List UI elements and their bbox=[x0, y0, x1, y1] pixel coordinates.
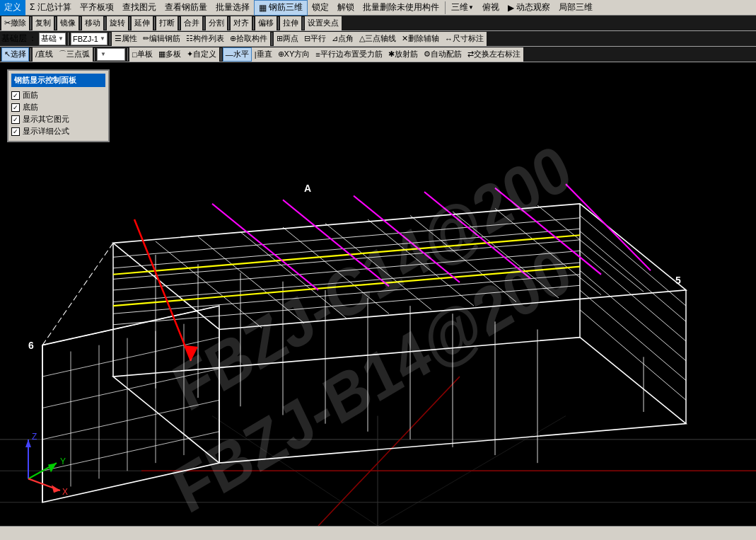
btn-select[interactable]: ↖ 选择 bbox=[1, 47, 29, 62]
menu-definition[interactable]: 定义 bbox=[0, 0, 25, 16]
svg-line-29 bbox=[580, 270, 686, 361]
sep1 bbox=[30, 17, 31, 30]
btn-split[interactable]: 分割 bbox=[206, 16, 227, 30]
sep6 bbox=[154, 17, 155, 30]
menu-local-3d[interactable]: 局部三维 bbox=[554, 0, 597, 16]
svg-line-28 bbox=[580, 251, 686, 341]
svg-marker-78 bbox=[25, 440, 31, 447]
menu-dynamic-observe[interactable]: ▶ 动态观察 bbox=[504, 0, 554, 16]
menu-batch-select[interactable]: 批量选择 bbox=[211, 0, 254, 16]
sep-t2-2 bbox=[110, 33, 110, 45]
btn-set-grip[interactable]: 设置夹点 bbox=[305, 16, 342, 30]
rebar-display-panel: 钢筋显示控制面板 面筋 底筋 显示其它图元 显示详细公式 bbox=[7, 69, 110, 142]
btn-custom[interactable]: ✦ 自定义 bbox=[184, 47, 219, 62]
sep-t3-1 bbox=[30, 48, 31, 61]
btn-undo[interactable]: ✂ 撤除 bbox=[1, 16, 29, 30]
menu-rebar-3d[interactable]: ▦ 钢筋三维 bbox=[254, 0, 308, 16]
svg-line-60 bbox=[42, 243, 113, 345]
sep9 bbox=[228, 17, 229, 30]
btn-copy[interactable]: 复制 bbox=[33, 16, 54, 30]
btn-horizontal[interactable]: — 水平 bbox=[223, 47, 252, 62]
layer-separator: ： bbox=[28, 33, 37, 45]
btn-arc[interactable]: ⌒ 三点弧 bbox=[56, 47, 93, 62]
svg-line-70 bbox=[134, 219, 191, 361]
checkbox-face-rebar[interactable] bbox=[11, 91, 20, 100]
btn-three-point-axis[interactable]: △ 三点轴线 bbox=[356, 32, 399, 46]
btn-vertical[interactable]: | 垂直 bbox=[252, 47, 275, 62]
wireframe-scene: A 5 6 FBZJ-C14@200 FBZJ-B14@200 Z Y X bbox=[0, 62, 756, 526]
btn-rotate[interactable]: 旋转 bbox=[107, 16, 128, 30]
statusbar bbox=[0, 526, 756, 540]
sep8 bbox=[204, 17, 204, 30]
checkbox-show-formula[interactable] bbox=[11, 127, 20, 136]
sep12 bbox=[303, 17, 303, 30]
shape-dropdown[interactable] bbox=[97, 48, 125, 61]
component-dropdown[interactable]: FBZJ-1 bbox=[71, 33, 107, 45]
menu-summary[interactable]: Σ 汇总计算 bbox=[25, 0, 76, 16]
btn-merge[interactable]: 合并 bbox=[181, 16, 202, 30]
checkbox-bottom-rebar[interactable] bbox=[11, 103, 20, 112]
btn-move[interactable]: 移动 bbox=[82, 16, 103, 30]
canvas-area[interactable]: A 5 6 FBZJ-C14@200 FBZJ-B14@200 Z Y X 钢筋… bbox=[0, 62, 756, 526]
toolbar-row-2: 基础层 ： 基础 FBZJ-1 ☰ 属性 ✏ 编辑钢筋 ☷ 构件列表 ⊕ 拾取构… bbox=[0, 31, 756, 47]
sep11 bbox=[278, 17, 279, 30]
btn-single-slab[interactable]: □ 单板 bbox=[129, 47, 156, 62]
menu-view-rebar[interactable]: 查看钢筋量 bbox=[161, 0, 211, 16]
sep2 bbox=[55, 17, 56, 30]
sep-t3-2 bbox=[94, 48, 95, 61]
btn-radial[interactable]: ✱ 放射筋 bbox=[385, 47, 421, 62]
panel-item-bottom-rebar[interactable]: 底筋 bbox=[11, 102, 105, 113]
menu-find-element[interactable]: 查找图元 bbox=[118, 0, 161, 16]
menu-3d[interactable]: 三维 ▼ bbox=[447, 0, 478, 16]
sep4 bbox=[105, 17, 105, 30]
btn-parallel-edge[interactable]: ≡ 平行边布置受力筋 bbox=[313, 47, 385, 62]
btn-xy-direction[interactable]: ⊕ XY方向 bbox=[275, 47, 313, 62]
svg-text:A: A bbox=[304, 183, 311, 195]
layer-dropdown[interactable]: 基础 bbox=[39, 33, 66, 45]
btn-break[interactable]: 打断 bbox=[156, 16, 178, 30]
btn-stretch[interactable]: 拉伸 bbox=[280, 16, 301, 30]
panel-item-face-rebar[interactable]: 面筋 bbox=[11, 90, 105, 100]
btn-auto-rebar[interactable]: ⚙ 自动配筋 bbox=[421, 47, 465, 62]
btn-line[interactable]: / 直线 bbox=[33, 47, 56, 62]
menu-top-view[interactable]: 俯视 bbox=[478, 0, 504, 16]
sep3 bbox=[80, 17, 81, 30]
btn-delete-axis[interactable]: ✕ 删除辅轴 bbox=[399, 32, 442, 46]
checkbox-show-others[interactable] bbox=[11, 115, 20, 124]
btn-extend[interactable]: 延伸 bbox=[132, 16, 153, 30]
btn-align[interactable]: 对齐 bbox=[231, 16, 252, 30]
btn-two-point[interactable]: ⊞ 两点 bbox=[274, 32, 301, 46]
toolbar-row-3: ↖ 选择 / 直线 ⌒ 三点弧 □ 单板 ▦ 多板 ✦ 自定义 — 水平 | 垂… bbox=[0, 47, 756, 62]
panel-title: 钢筋显示控制面板 bbox=[11, 74, 105, 87]
svg-line-59 bbox=[42, 306, 219, 345]
btn-multi-slab[interactable]: ▦ 多板 bbox=[156, 47, 184, 62]
svg-line-31 bbox=[580, 310, 686, 401]
svg-line-26 bbox=[580, 215, 686, 306]
menu-lock[interactable]: 锁定 bbox=[308, 0, 333, 16]
menu-unlock[interactable]: 解锁 bbox=[333, 0, 359, 16]
svg-marker-84 bbox=[52, 485, 60, 493]
panel-item-show-formula[interactable]: 显示详细公式 bbox=[11, 126, 105, 137]
btn-parallel[interactable]: ⊟ 平行 bbox=[301, 32, 329, 46]
svg-text:6: 6 bbox=[28, 340, 34, 352]
btn-component-list[interactable]: ☷ 构件列表 bbox=[183, 32, 227, 46]
sep10 bbox=[253, 17, 254, 30]
menu-align-slab[interactable]: 平齐板项 bbox=[76, 0, 118, 16]
svg-text:5: 5 bbox=[675, 274, 681, 286]
btn-edit-rebar[interactable]: ✏ 编辑钢筋 bbox=[140, 32, 183, 46]
btn-mirror[interactable]: 镜像 bbox=[57, 16, 78, 30]
layer-label: 基础层 bbox=[1, 33, 27, 45]
sep-t3-3 bbox=[127, 48, 128, 61]
menubar: 定义 Σ 汇总计算 平齐板项 查找图元 查看钢筋量 批量选择 ▦ 钢筋三维 锁定… bbox=[0, 0, 756, 16]
toolbar-row-1: ✂ 撤除 复制 镜像 移动 旋转 延伸 打断 合并 分割 对齐 偏移 拉伸 设置… bbox=[0, 16, 756, 31]
menu-batch-delete[interactable]: 批量删除未使用构件 bbox=[359, 0, 443, 16]
btn-point-angle[interactable]: ⊿ 点角 bbox=[329, 32, 356, 46]
btn-offset[interactable]: 偏移 bbox=[255, 16, 277, 30]
panel-item-show-others[interactable]: 显示其它图元 bbox=[11, 114, 105, 125]
btn-properties[interactable]: ☰ 属性 bbox=[112, 32, 140, 46]
svg-text:Z: Z bbox=[32, 431, 37, 442]
btn-dimension[interactable]: ↔ 尺寸标注 bbox=[442, 32, 487, 46]
sep-t2-1 bbox=[68, 33, 69, 45]
btn-swap-label[interactable]: ⇄ 交换左右标注 bbox=[465, 47, 523, 62]
btn-pick-component[interactable]: ⊕ 拾取构件 bbox=[227, 32, 270, 46]
